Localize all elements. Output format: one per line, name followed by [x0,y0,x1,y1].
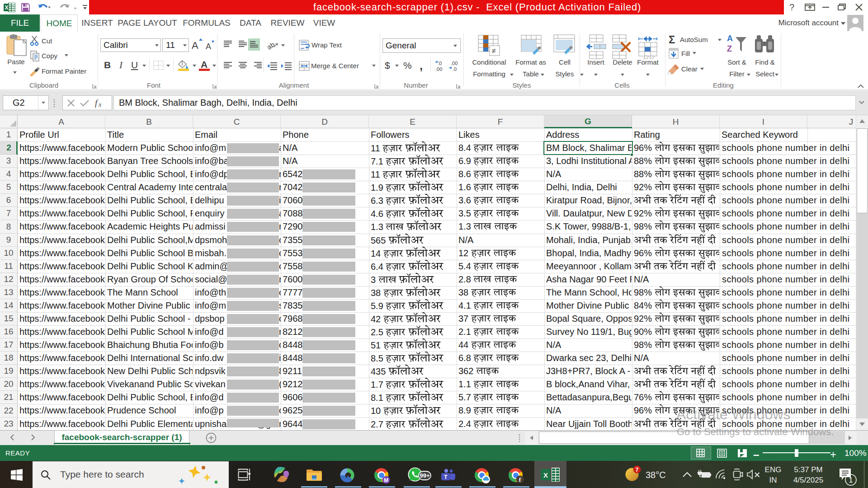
svg-text:≠: ≠ [492,47,496,55]
svg-text:.00: .00 [451,61,458,66]
svg-text:.0: .0 [453,66,457,72]
svg-text:A: A [201,60,208,70]
svg-text:X: X [543,471,548,479]
svg-text:.0: .0 [438,61,442,66]
svg-text:99+: 99+ [420,472,429,479]
svg-text:f: f [519,476,521,483]
svg-text:f: f [95,99,99,108]
svg-text:.00: .00 [435,66,442,72]
svg-text:X: X [5,5,8,11]
svg-text:?: ? [789,2,794,12]
svg-text:x: x [98,101,102,108]
svg-text:T: T [444,474,448,480]
svg-text:M: M [384,477,388,483]
svg-text:ab: ab [268,40,276,51]
svg-text:1: 1 [849,476,853,484]
svg-text:A: A [727,34,733,43]
svg-text:7: 7 [636,467,639,473]
svg-text:Z: Z [727,44,732,53]
